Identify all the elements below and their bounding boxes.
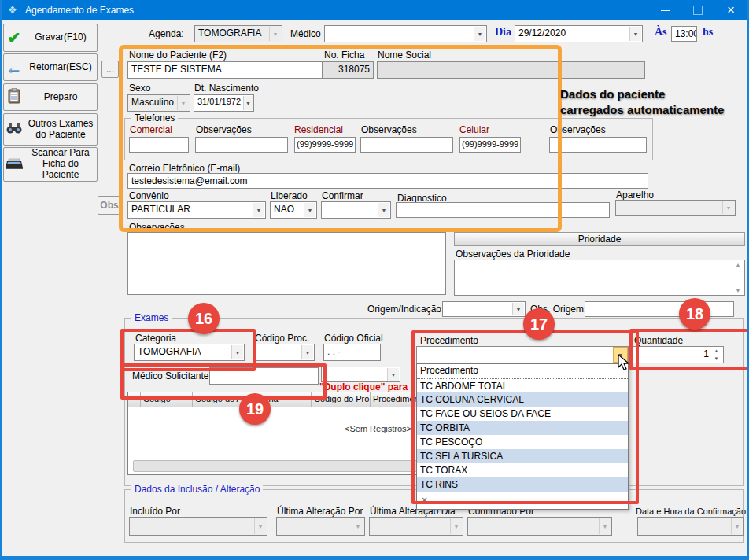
codigo-oficial-input[interactable]: . . - — [323, 344, 381, 361]
spin-down-icon[interactable]: ▼ — [714, 356, 719, 361]
time-input[interactable]: 13:00 — [671, 26, 697, 42]
list-item[interactable]: TC TORAX — [417, 463, 628, 477]
outros-exames-label: Outros Exames do Paciente — [24, 119, 97, 141]
obs-button[interactable]: Obs — [98, 196, 121, 215]
grid-col-codigo-do-a[interactable]: Código do A — [193, 392, 238, 407]
gravar-button[interactable]: ✔ Gravar(F10) — [3, 24, 98, 52]
convenio-combo[interactable]: PARTICULAR ▼ — [127, 201, 266, 219]
chevron-down-icon: ▼ — [243, 96, 253, 110]
annotation-line2: carregados automaticamente — [560, 102, 724, 118]
data-hora-combo[interactable]: ▼ — [637, 517, 744, 536]
list-item[interactable]: TC COLUNA CERVICAL — [417, 392, 628, 407]
medico-solicitante-input[interactable] — [209, 367, 319, 385]
observacoes-textarea[interactable] — [127, 232, 446, 295]
as-label: Às — [655, 26, 667, 39]
scroll-up-icon[interactable]: ▲ — [736, 262, 741, 267]
list-item[interactable]: TC ABDOME TOTAL — [417, 378, 628, 392]
sexo-combo[interactable]: Masculino ▼ — [127, 94, 190, 112]
aparelho-combo[interactable]: ▼ — [615, 200, 736, 216]
chevron-down-icon: ▼ — [352, 518, 363, 534]
categoria-combo[interactable]: TOMOGRAFIA ▼ — [134, 344, 245, 361]
scanear-label: Scanear Para Ficha do Paciente — [24, 148, 97, 180]
maximize-button[interactable] — [681, 0, 714, 20]
ult-alt-dia-combo[interactable]: ▼ — [369, 517, 463, 536]
chevron-down-icon: ▼ — [450, 518, 462, 534]
chevron-down-icon: ▼ — [629, 27, 641, 41]
origem-combo[interactable]: ▼ — [442, 301, 526, 317]
obs1-input[interactable] — [195, 137, 288, 153]
list-item[interactable]: TC PESCOÇO — [417, 435, 628, 449]
medico-solicitante-label: Médico Solicitante : — [132, 370, 214, 381]
grid-indicator-icon: * — [128, 392, 141, 407]
codigo-proc-combo[interactable]: ▼ — [254, 344, 315, 361]
categoria-label: Categoria — [135, 333, 176, 344]
ult-alt-por-combo[interactable]: ▼ — [276, 517, 365, 536]
duplo-clique-hint: "Duplo clique" para — [319, 381, 419, 392]
grid-col-codigo[interactable]: Código — [141, 392, 193, 407]
email-label: Correio Eletrônico (E-mail) — [129, 163, 240, 174]
obs2-input[interactable] — [360, 137, 453, 153]
nascimento-label: Dt. Nascimento — [194, 83, 259, 94]
chevron-down-icon: ▼ — [731, 518, 743, 534]
list-item[interactable]: TC RINS — [417, 477, 628, 492]
scanear-button[interactable]: Scanear Para Ficha do Paciente — [3, 147, 98, 182]
chevron-down-icon: ▼ — [599, 518, 611, 534]
more-button[interactable]: ... — [101, 61, 119, 78]
codigo-proc-label: Código Proc. — [255, 333, 309, 344]
scroll-down-icon[interactable]: ▼ — [736, 288, 741, 293]
celular-input[interactable]: (99)9999-9999 — [459, 137, 521, 153]
email-input[interactable]: testedesistema@email.com — [127, 173, 648, 189]
close-button[interactable]: × — [714, 0, 747, 20]
medico-combo[interactable]: ▼ — [324, 25, 487, 42]
obs3-label: Observações — [550, 124, 606, 135]
ult-alt-por-label: Última Alteração Por — [277, 506, 363, 517]
procedimento-combo[interactable] — [416, 346, 629, 363]
data-hora-label: Data e Hora da Confirmação — [636, 507, 746, 516]
chevron-down-icon: ▼ — [304, 203, 315, 217]
agenda-value: TOMOGRAFIA — [198, 28, 261, 39]
outros-exames-button[interactable]: Outros Exames do Paciente — [3, 113, 98, 146]
chevron-down-icon: ▼ — [254, 518, 266, 534]
liberado-combo[interactable]: NÃO ▼ — [270, 201, 317, 219]
nascimento-combo[interactable]: 31/01/1972 ▼ — [194, 94, 254, 112]
grid-col-codigo-pro[interactable]: Código do Pro — [312, 392, 371, 407]
residencial-input[interactable]: (99)9999-9999 — [294, 137, 356, 153]
gravar-label: Gravar(F10) — [24, 32, 97, 43]
origem-label: Origem/Indicação: — [367, 304, 444, 315]
dia-combo[interactable]: 29/12/2020 ▼ — [515, 25, 643, 42]
residencial-label: Residencial — [294, 124, 343, 135]
chevron-down-icon: ▼ — [301, 345, 313, 359]
agenda-combo[interactable]: TOMOGRAFIA ▼ — [194, 25, 282, 42]
observacoes-label: Observações — [129, 222, 185, 233]
list-item[interactable]: TC SELA TURSICA — [417, 449, 628, 463]
medico-label: Médico — [290, 28, 321, 39]
obs-button-label: Obs — [100, 200, 118, 211]
confirmar-combo[interactable]: ▼ — [321, 201, 391, 219]
obs-prioridade-textarea[interactable]: ▲ ▼ — [454, 260, 745, 296]
prioridade-header-label: Prioridade — [578, 234, 622, 245]
convenio-value: PARTICULAR — [131, 204, 190, 215]
quantidade-stepper[interactable]: 1 ▲ ▼ — [633, 346, 724, 363]
filter-close-icon[interactable]: × — [422, 495, 427, 506]
procedimento-dropdown-button[interactable]: ▼ — [613, 347, 628, 363]
list-item[interactable]: TC ORBITA — [417, 421, 628, 435]
ficha-label: No. Ficha — [324, 50, 364, 61]
comercial-input[interactable] — [129, 137, 189, 153]
nome-paciente-input[interactable]: TESTE DE SISTEMA — [127, 61, 326, 79]
minimize-button[interactable] — [648, 0, 681, 20]
spin-up-icon[interactable]: ▲ — [714, 348, 719, 353]
confirmado-por-combo[interactable]: ▼ — [467, 517, 612, 536]
check-icon: ✔ — [4, 28, 24, 47]
retornar-button[interactable]: ← Retornar(ESC) — [3, 53, 98, 81]
inclusao-group-label: Dados da Inclusão / Alteração — [131, 484, 263, 495]
list-item[interactable]: TC FACE OU SEIOS DA FACE — [417, 407, 628, 421]
preparo-button[interactable]: Preparo — [3, 83, 98, 111]
nome-paciente-label: Nome do Paciente (F2) — [129, 50, 227, 61]
medico-solicitante-combo[interactable]: ▼ — [321, 367, 400, 382]
celular-label: Celular — [459, 124, 489, 135]
obs-origem-input[interactable] — [585, 301, 734, 317]
chevron-down-icon: ▼ — [722, 201, 734, 214]
incluido-por-combo[interactable]: ▼ — [129, 517, 268, 536]
obs3-input[interactable] — [549, 137, 647, 153]
diagnostico-input[interactable] — [396, 202, 610, 218]
